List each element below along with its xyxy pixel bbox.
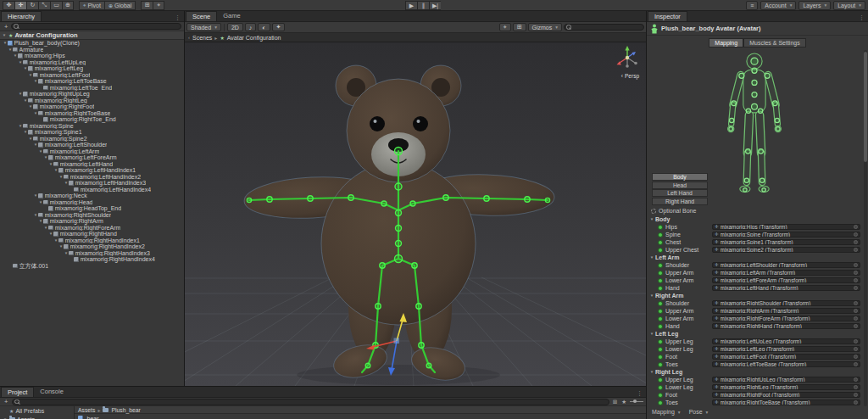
hierarchy-search-input[interactable]: [11, 23, 181, 30]
bone-object-field[interactable]: ✛mixamorig:LeftHand (Transform): [712, 285, 860, 292]
hierarchy-item[interactable]: ▼mixamorig:RightToeBase: [0, 110, 184, 117]
object-picker-icon[interactable]: [854, 362, 858, 366]
hierarchy-item[interactable]: mixamorig:LeftHandIndex4: [0, 187, 184, 193]
services-button[interactable]: ≡: [746, 1, 758, 10]
create-asset-button[interactable]: +: [3, 398, 9, 405]
object-picker-icon[interactable]: [854, 301, 858, 305]
tab-mapping[interactable]: Mapping: [709, 38, 743, 47]
layout-dropdown[interactable]: Layout ▾: [833, 1, 865, 10]
scale-tool-button[interactable]: ⤡: [38, 1, 50, 10]
foldout-icon[interactable]: ▼: [2, 33, 7, 37]
object-picker-icon[interactable]: [854, 232, 858, 237]
panel-menu-icon[interactable]: ⋮: [171, 14, 184, 21]
hierarchy-item[interactable]: mixamorig:LeftToe_End: [0, 85, 184, 92]
avatar-part-button[interactable]: Right Hand: [652, 198, 708, 205]
search-by-label-icon[interactable]: ★: [620, 399, 627, 405]
layers-dropdown[interactable]: Layers ▾: [798, 1, 831, 10]
play-button[interactable]: ▶: [405, 1, 417, 10]
avatar-part-button[interactable]: Left Hand: [652, 189, 708, 197]
object-picker-icon[interactable]: [854, 316, 858, 321]
project-search-input[interactable]: [12, 399, 609, 405]
bone-object-field[interactable]: ✛mixamorig:RightUpLeg (Transform): [712, 377, 860, 383]
hierarchy-item[interactable]: ▼mixamorig:LeftArm: [0, 148, 184, 155]
mapping-menu-button[interactable]: Mapping ▾: [652, 409, 681, 415]
hierarchy-item[interactable]: ▼mixamorig:LeftFoot: [0, 72, 184, 79]
hierarchy-item[interactable]: ▼mixamorig:LeftToeBase: [0, 78, 184, 85]
thumbnail-size-slider[interactable]: [630, 399, 643, 405]
bone-section-header[interactable]: ▼Left Leg: [647, 330, 868, 338]
bone-object-field[interactable]: ✛mixamorig:Spine (Transform): [712, 232, 860, 238]
tab-game[interactable]: Game: [217, 11, 246, 21]
bone-object-field[interactable]: ✛mixamorig:LeftForeArm (Transform): [712, 277, 860, 284]
draw-mode-dropdown[interactable]: Shaded ▾: [186, 23, 221, 31]
object-picker-icon[interactable]: [854, 324, 858, 328]
panel-menu-icon[interactable]: ⋮: [633, 390, 646, 397]
breadcrumb-folder[interactable]: Plush_bear: [111, 407, 140, 413]
camera-view-icon[interactable]: ⊞: [513, 23, 526, 31]
bone-object-field[interactable]: ✛mixamorig:Hips (Transform): [712, 224, 860, 231]
hierarchy-item[interactable]: ▼Armature: [0, 47, 184, 53]
scene-header-row[interactable]: ▼ ★ Avatar Configuration: [0, 31, 184, 40]
bone-object-field[interactable]: ✛mixamorig:LeftFoot (Transform): [712, 354, 860, 360]
2d-toggle-button[interactable]: 2D: [227, 23, 243, 31]
hierarchy-item[interactable]: ▼mixamorig:RightLeg: [0, 98, 184, 104]
audio-toggle-icon[interactable]: ♪: [245, 23, 257, 31]
hierarchy-item[interactable]: mixamorig:HeadTop_End: [0, 205, 184, 212]
tab-inspector[interactable]: Inspector: [648, 11, 687, 21]
bone-object-field[interactable]: ✛mixamorig:RightLeg (Transform): [712, 384, 860, 391]
object-picker-icon[interactable]: [854, 309, 858, 313]
object-picker-icon[interactable]: [854, 286, 858, 290]
back-icon[interactable]: ‹: [188, 35, 190, 40]
snap-settings-button[interactable]: ⌖: [153, 1, 164, 10]
bone-section-header[interactable]: ▼Right Leg: [647, 368, 868, 376]
bone-object-field[interactable]: ✛mixamorig:LeftUpLeg (Transform): [712, 338, 860, 345]
hierarchy-item[interactable]: ▼mixamorig:Neck: [0, 193, 184, 199]
panel-menu-icon[interactable]: ⋮: [855, 14, 868, 21]
object-picker-icon[interactable]: [854, 278, 858, 282]
object-picker-icon[interactable]: [854, 248, 858, 252]
hierarchy-item[interactable]: ▼mixamorig:RightHandIndex2: [0, 243, 184, 250]
tab-project[interactable]: Project: [1, 387, 34, 397]
object-picker-icon[interactable]: [854, 339, 858, 344]
hierarchy-item[interactable]: ▼mixamorig:RightForeArm: [0, 225, 184, 232]
gizmos-dropdown[interactable]: Gizmos ▾: [528, 23, 563, 31]
hierarchy-item[interactable]: ▼mixamorig:LeftLeg: [0, 65, 184, 72]
hand-tool-button[interactable]: ✥: [3, 1, 14, 10]
object-picker-icon[interactable]: [854, 377, 858, 382]
object-picker-icon[interactable]: [854, 240, 858, 244]
hierarchy-item[interactable]: ▼mixamorig:LeftUpLeg: [0, 59, 184, 66]
tab-scene[interactable]: Scene: [186, 11, 217, 21]
object-picker-icon[interactable]: [854, 263, 858, 267]
hierarchy-item[interactable]: ▼mixamorig:LeftForeArm: [0, 154, 184, 161]
hierarchy-item[interactable]: ▼mixamorig:RightFoot: [0, 103, 184, 110]
hierarchy-item[interactable]: ▼mixamorig:LeftHandIndex2: [0, 174, 184, 181]
hierarchy-item[interactable]: ▼mixamorig:LeftHandIndex1: [0, 167, 184, 174]
tab-hierarchy[interactable]: Hierarchy: [1, 11, 42, 21]
hierarchy-item[interactable]: ▼mixamorig:RightHandIndex3: [0, 250, 184, 257]
bone-section-header[interactable]: ▼Right Arm: [647, 292, 868, 299]
hierarchy-item[interactable]: ▼mixamorig:Spine: [0, 123, 184, 130]
hierarchy-item[interactable]: mixamorig:RightToe_End: [0, 116, 184, 123]
asset-item[interactable]: bear: [75, 414, 646, 419]
scrollbar-thumb[interactable]: [864, 52, 867, 162]
rotate-tool-button[interactable]: ↻: [26, 1, 38, 10]
tab-console[interactable]: Console: [34, 387, 70, 397]
breadcrumb-current[interactable]: Avatar Configuration: [227, 35, 281, 41]
hierarchy-item[interactable]: ▼mixamorig:Hips: [0, 53, 184, 59]
breadcrumb-scenes[interactable]: Scenes: [192, 35, 212, 41]
object-picker-icon[interactable]: [854, 271, 858, 275]
perspective-label[interactable]: ‹ Persp: [621, 73, 639, 79]
hierarchy-item[interactable]: ▼mixamorig:LeftShoulder: [0, 142, 184, 148]
bone-section-header[interactable]: ▼Left Arm: [647, 254, 868, 261]
pose-menu-button[interactable]: Pose ▾: [689, 409, 709, 415]
object-picker-icon[interactable]: [854, 393, 858, 397]
hierarchy-item[interactable]: ▼mixamorig:RightHandIndex1: [0, 237, 184, 244]
object-picker-icon[interactable]: [854, 385, 858, 389]
bone-section-header[interactable]: ▼Body: [647, 215, 868, 223]
breadcrumb-assets[interactable]: Assets: [78, 407, 95, 413]
inspector-scrollbar[interactable]: [864, 50, 867, 406]
create-object-button[interactable]: +: [3, 23, 9, 31]
tool-handle-icon[interactable]: ⌖: [499, 23, 511, 31]
hierarchy-item[interactable]: ▼mixamorig:LeftHandIndex3: [0, 180, 184, 187]
project-favorite[interactable]: ▼Assets: [0, 415, 74, 419]
